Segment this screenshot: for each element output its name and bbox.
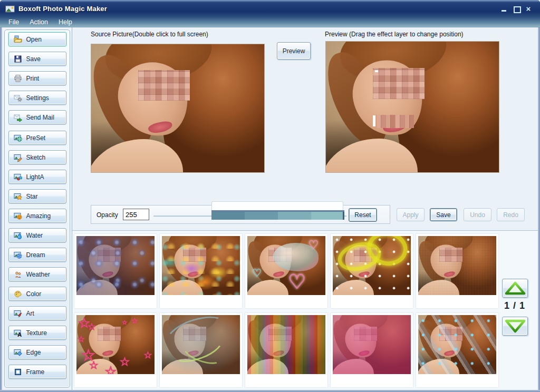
sidebar-button-water[interactable]: Water — [8, 228, 66, 242]
printer-icon — [13, 74, 23, 83]
sidebar-button-preset[interactable]: PreSet — [8, 131, 66, 145]
sidebar-button-label: Color — [26, 290, 42, 298]
sidebar-button-open[interactable]: Open — [8, 32, 66, 46]
art-brush-icon — [13, 309, 23, 318]
sidebar-button-label: Send Mail — [26, 114, 54, 121]
sidebar-button-amazing[interactable]: Amazing — [8, 209, 66, 223]
opacity-slider-popup — [211, 201, 343, 210]
thumbnail-row-2: ☆☆☆☆☆☆☆☆☆☆ — [74, 313, 498, 387]
window-frame-right — [538, 27, 540, 392]
menu-item-file[interactable]: File — [3, 17, 24, 27]
sidebar-button-dream[interactable]: Dream — [8, 248, 66, 262]
effect-thumbnail-light-rays[interactable] — [416, 313, 498, 387]
thumbnail-image: ☆☆☆☆☆☆☆☆☆☆ — [76, 315, 155, 374]
sidebar-button-sketch[interactable]: Sketch — [8, 150, 66, 164]
svg-text:A: A — [17, 331, 22, 337]
reset-button[interactable]: Reset — [349, 208, 377, 222]
sidebar-button-texture[interactable]: ATexture — [8, 326, 66, 340]
minimize-button[interactable] — [501, 6, 507, 12]
mouth-mosaic-block — [376, 115, 414, 128]
effect-thumbnail-pink-tint[interactable] — [331, 313, 413, 387]
source-picture[interactable] — [91, 44, 265, 173]
sidebar-button-label: Print — [26, 75, 40, 82]
sidebar-button-frame[interactable]: Frame — [8, 365, 66, 379]
sidebar-button-settings[interactable]: Settings — [8, 91, 66, 105]
sidebar-button-label: Save — [26, 55, 41, 63]
effect-overlay-pink-stars: ☆☆☆☆☆☆☆☆☆☆ — [76, 315, 155, 374]
edge-diamond-icon — [13, 348, 23, 357]
mosaic-white-bar — [373, 115, 375, 126]
effect-thumbnail-sparkle-ring[interactable] — [331, 234, 413, 308]
sidebar-button-edge[interactable]: Edge — [8, 345, 66, 359]
light-blocks-icon — [13, 173, 23, 181]
sidebar-button-save[interactable]: Save — [8, 52, 66, 66]
menu-bar: FileActionHelp — [0, 15, 540, 27]
effect-overlay-green-swirl — [162, 315, 240, 374]
star-outline-icon: ☆ — [143, 349, 152, 361]
preview-button[interactable]: Preview — [277, 42, 311, 60]
effect-thumbnail-water-drops[interactable] — [74, 234, 157, 308]
sidebar-button-send-mail[interactable]: Send Mail — [8, 110, 66, 124]
star-icon — [13, 192, 23, 201]
star-outline-icon: ☆ — [77, 334, 84, 344]
star-outline-icon: ☆ — [122, 319, 128, 326]
menu-item-help[interactable]: Help — [53, 17, 78, 27]
sidebar-effect-group: PreSetSketchLightAStarAmazingWaterDreamW… — [5, 131, 70, 379]
sidebar-button-color[interactable]: Color — [8, 287, 66, 301]
thumbnail-image — [333, 315, 411, 374]
source-picture-label: Source Picture(Double click to full scre… — [91, 31, 208, 38]
save-button[interactable]: Save — [430, 208, 457, 221]
preset-globe-icon — [13, 134, 23, 142]
effect-overlay-water-drops — [76, 236, 155, 295]
effect-thumbnail-pink-stars[interactable]: ☆☆☆☆☆☆☆☆☆☆ — [74, 313, 157, 387]
window-controls: × — [501, 6, 536, 12]
sidebar-button-print[interactable]: Print — [8, 71, 66, 85]
window-frame-left — [0, 27, 2, 392]
opacity-input[interactable] — [123, 209, 149, 220]
sidebar-button-label: Open — [26, 36, 42, 43]
sidebar-button-lighta[interactable]: LightA — [8, 170, 66, 184]
maximize-button[interactable] — [513, 6, 519, 12]
effect-thumbnail-color-bokeh[interactable] — [160, 234, 242, 308]
page-down-button[interactable] — [502, 317, 528, 336]
thumbnail-image — [76, 236, 155, 295]
sidebar-button-weather[interactable]: Weather — [8, 267, 66, 281]
undo-button[interactable]: Undo — [464, 208, 491, 221]
weather-people-icon — [13, 270, 23, 279]
page-up-button[interactable] — [502, 279, 528, 298]
window-header: Boxoft Photo Magic Maker × FileActionHel… — [0, 0, 540, 27]
sidebar-button-label: LightA — [26, 173, 44, 181]
menu-item-action[interactable]: Action — [24, 17, 53, 27]
close-button[interactable]: × — [525, 6, 532, 12]
star-outline-icon: ☆ — [88, 321, 96, 332]
thumbnail-row-1: ♡♡♡ — [74, 234, 498, 308]
effect-thumbnail-film-grain[interactable] — [416, 234, 498, 308]
effect-thumbnail-heart-bubbles[interactable]: ♡♡♡ — [245, 234, 327, 308]
effect-overlay-color-bokeh — [162, 236, 240, 295]
sidebar-button-art[interactable]: Art — [8, 306, 66, 320]
thumbnail-image — [418, 315, 496, 374]
sidebar-button-star[interactable]: Star — [8, 189, 66, 203]
sidebar-button-label: Water — [26, 232, 43, 239]
apply-button[interactable]: Apply — [397, 208, 425, 221]
redo-button[interactable]: Redo — [497, 208, 525, 221]
frame-icon — [13, 368, 23, 376]
sidebar-button-label: Art — [26, 310, 34, 317]
effect-thumbnail-green-swirl[interactable] — [160, 313, 242, 387]
thumbnail-image — [247, 315, 325, 374]
app-window: Boxoft Photo Magic Maker × FileActionHel… — [0, 0, 540, 392]
opacity-group: Opacity Reset — [91, 205, 390, 224]
effect-thumbnail-rainbow-streaks[interactable] — [245, 313, 327, 387]
smiley-icon — [13, 212, 23, 220]
open-folder-icon — [13, 35, 23, 44]
opacity-slider-fill[interactable] — [211, 210, 344, 220]
window-title: Boxoft Photo Magic Maker — [18, 5, 107, 13]
thumbnail-image — [162, 315, 240, 374]
preview-picture[interactable] — [325, 41, 499, 173]
star-outline-icon: ☆ — [104, 364, 117, 374]
face-mosaic-block — [138, 70, 190, 101]
main-panel: Source Picture(Double click to full scre… — [72, 27, 538, 390]
sidebar-button-label: Weather — [26, 271, 50, 278]
sidebar-button-label: Sketch — [26, 154, 46, 161]
window-frame-bottom — [0, 390, 540, 392]
